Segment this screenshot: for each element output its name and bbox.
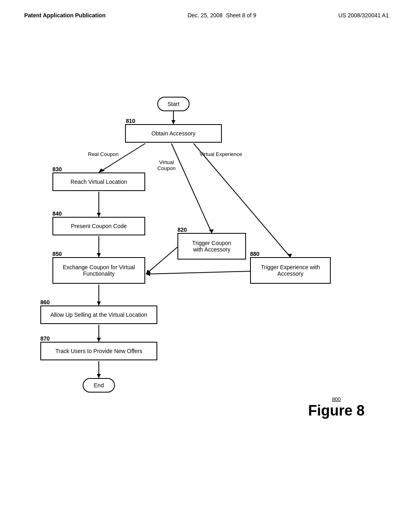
node-870: Track Users to Provide New Offers — [40, 342, 157, 360]
svg-marker-19 — [97, 338, 101, 342]
label-860: 860 — [40, 299, 50, 305]
figure-text: Figure 8 — [308, 402, 365, 419]
figure-label: 800 Figure 8 — [308, 396, 365, 419]
node-880: Trigger Experience with Accessory — [250, 257, 331, 284]
edge-label-virtual-experience: Virtual Experience — [200, 151, 242, 157]
node-830: Reach Virtual Location — [52, 172, 145, 191]
svg-line-12 — [146, 247, 177, 274]
svg-marker-21 — [97, 374, 101, 378]
svg-line-2 — [99, 143, 145, 172]
edge-label-virtual-coupon: VirtualCoupon — [157, 159, 176, 171]
node-820: Trigger Coupon with Accessory — [177, 233, 246, 260]
edge-label-real-coupon: Real Coupon — [88, 151, 119, 157]
label-810: 810 — [126, 118, 135, 124]
svg-line-14 — [146, 271, 250, 274]
end-node: End — [83, 378, 115, 393]
label-880: 880 — [250, 251, 259, 257]
label-820: 820 — [177, 227, 187, 233]
page-header: Patent Application Publication Dec. 25, … — [0, 0, 413, 19]
svg-marker-11 — [97, 253, 101, 257]
patent-number: US 2008/320041 A1 — [338, 12, 389, 19]
label-830: 830 — [52, 166, 62, 172]
svg-marker-17 — [97, 301, 101, 305]
svg-marker-5 — [209, 229, 214, 233]
svg-marker-1 — [171, 120, 175, 124]
start-node: Start — [157, 97, 190, 111]
svg-marker-9 — [97, 213, 101, 217]
label-850: 850 — [52, 251, 62, 257]
publication-date: Dec. 25, 2008 Sheet 8 of 9 — [188, 12, 256, 19]
flowchart-diagram: Start 810 Obtain Accessory Real Coupon V… — [0, 89, 413, 451]
publication-title: Patent Application Publication — [24, 12, 106, 19]
node-850: Exchange Coupon for Virtual Functionalit… — [52, 257, 145, 284]
label-870: 870 — [40, 335, 50, 342]
figure-number: 800 — [308, 396, 365, 402]
label-840: 840 — [52, 210, 62, 217]
node-840: Present Coupon Code — [52, 217, 145, 235]
node-860: Allow Up Selling at the Virtual Location — [40, 305, 157, 324]
node-810: Obtain Accessory — [125, 124, 222, 143]
